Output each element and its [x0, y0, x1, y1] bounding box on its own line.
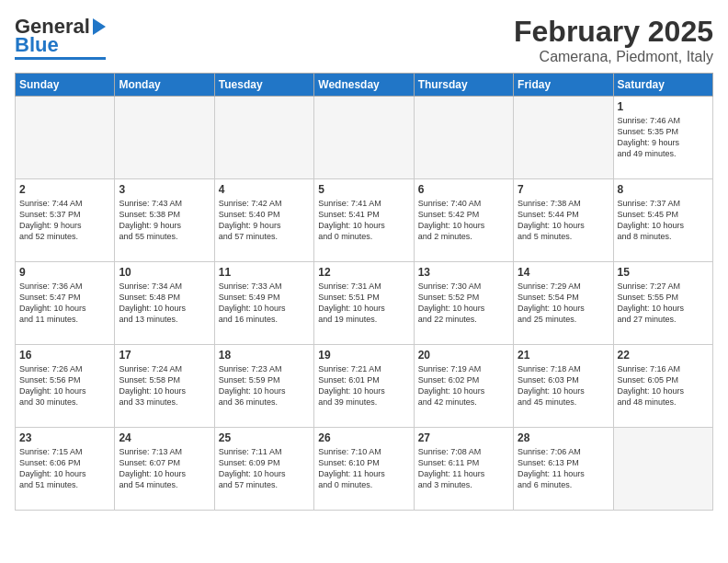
day-cell: 19Sunrise: 7:21 AM Sunset: 6:01 PM Dayli…	[314, 345, 414, 428]
day-info: Sunrise: 7:08 AM Sunset: 6:11 PM Dayligh…	[418, 446, 509, 491]
day-cell: 15Sunrise: 7:27 AM Sunset: 5:55 PM Dayli…	[613, 262, 712, 345]
header-day-friday: Friday	[514, 74, 613, 97]
day-info: Sunrise: 7:21 AM Sunset: 6:01 PM Dayligh…	[318, 363, 409, 408]
day-number: 11	[219, 266, 310, 279]
day-cell: 2Sunrise: 7:44 AM Sunset: 5:37 PM Daylig…	[16, 179, 115, 262]
day-number: 16	[19, 349, 110, 362]
day-cell	[613, 428, 712, 511]
day-cell: 21Sunrise: 7:18 AM Sunset: 6:03 PM Dayli…	[514, 345, 613, 428]
day-number: 20	[418, 349, 509, 362]
day-info: Sunrise: 7:11 AM Sunset: 6:09 PM Dayligh…	[219, 446, 310, 491]
day-info: Sunrise: 7:34 AM Sunset: 5:48 PM Dayligh…	[119, 281, 210, 326]
location-subtitle: Camerana, Piedmont, Italy	[514, 49, 713, 65]
day-info: Sunrise: 7:42 AM Sunset: 5:40 PM Dayligh…	[219, 198, 310, 243]
week-row-0: 1Sunrise: 7:46 AM Sunset: 5:35 PM Daylig…	[16, 97, 713, 179]
day-cell: 6Sunrise: 7:40 AM Sunset: 5:42 PM Daylig…	[414, 179, 513, 262]
week-row-1: 2Sunrise: 7:44 AM Sunset: 5:37 PM Daylig…	[16, 179, 713, 262]
day-info: Sunrise: 7:41 AM Sunset: 5:41 PM Dayligh…	[318, 198, 409, 243]
day-cell: 3Sunrise: 7:43 AM Sunset: 5:38 PM Daylig…	[115, 179, 214, 262]
day-info: Sunrise: 7:23 AM Sunset: 5:59 PM Dayligh…	[219, 363, 310, 408]
day-info: Sunrise: 7:33 AM Sunset: 5:49 PM Dayligh…	[219, 281, 310, 326]
day-number: 13	[418, 266, 509, 279]
day-info: Sunrise: 7:15 AM Sunset: 6:06 PM Dayligh…	[19, 446, 110, 491]
day-number: 9	[19, 266, 110, 279]
day-info: Sunrise: 7:37 AM Sunset: 5:45 PM Dayligh…	[618, 198, 709, 243]
header-day-saturday: Saturday	[613, 74, 712, 97]
calendar-body: 1Sunrise: 7:46 AM Sunset: 5:35 PM Daylig…	[16, 97, 713, 511]
day-cell: 27Sunrise: 7:08 AM Sunset: 6:11 PM Dayli…	[414, 428, 513, 511]
day-info: Sunrise: 7:44 AM Sunset: 5:37 PM Dayligh…	[19, 198, 110, 243]
day-cell: 10Sunrise: 7:34 AM Sunset: 5:48 PM Dayli…	[115, 262, 214, 345]
day-cell: 13Sunrise: 7:30 AM Sunset: 5:52 PM Dayli…	[414, 262, 513, 345]
day-cell: 9Sunrise: 7:36 AM Sunset: 5:47 PM Daylig…	[16, 262, 115, 345]
calendar-table: SundayMondayTuesdayWednesdayThursdayFrid…	[15, 73, 713, 511]
title-block: February 2025 Camerana, Piedmont, Italy	[514, 15, 713, 65]
day-number: 8	[618, 183, 709, 196]
day-info: Sunrise: 7:13 AM Sunset: 6:07 PM Dayligh…	[119, 446, 210, 491]
day-number: 21	[518, 349, 609, 362]
day-cell: 11Sunrise: 7:33 AM Sunset: 5:49 PM Dayli…	[214, 262, 313, 345]
day-cell: 22Sunrise: 7:16 AM Sunset: 6:05 PM Dayli…	[613, 345, 712, 428]
day-cell: 16Sunrise: 7:26 AM Sunset: 5:56 PM Dayli…	[16, 345, 115, 428]
day-info: Sunrise: 7:24 AM Sunset: 5:58 PM Dayligh…	[119, 363, 210, 408]
header-day-monday: Monday	[115, 74, 214, 97]
day-number: 10	[119, 266, 210, 279]
day-number: 6	[418, 183, 509, 196]
day-number: 22	[618, 349, 709, 362]
calendar-header: SundayMondayTuesdayWednesdayThursdayFrid…	[16, 74, 713, 97]
day-info: Sunrise: 7:40 AM Sunset: 5:42 PM Dayligh…	[418, 198, 509, 243]
page-header: General Blue February 2025 Camerana, Pie…	[15, 15, 713, 65]
day-cell: 26Sunrise: 7:10 AM Sunset: 6:10 PM Dayli…	[314, 428, 414, 511]
week-row-4: 23Sunrise: 7:15 AM Sunset: 6:06 PM Dayli…	[16, 428, 713, 511]
header-day-tuesday: Tuesday	[214, 74, 313, 97]
day-number: 17	[119, 349, 210, 362]
day-number: 1	[618, 100, 709, 113]
day-info: Sunrise: 7:10 AM Sunset: 6:10 PM Dayligh…	[318, 446, 409, 491]
month-year-title: February 2025	[514, 15, 713, 49]
logo-blue-text: Blue	[15, 35, 59, 55]
day-info: Sunrise: 7:36 AM Sunset: 5:47 PM Dayligh…	[19, 281, 110, 326]
day-number: 15	[618, 266, 709, 279]
day-number: 18	[219, 349, 310, 362]
day-info: Sunrise: 7:38 AM Sunset: 5:44 PM Dayligh…	[518, 198, 609, 243]
day-cell: 17Sunrise: 7:24 AM Sunset: 5:58 PM Dayli…	[115, 345, 214, 428]
header-day-wednesday: Wednesday	[314, 74, 414, 97]
day-cell	[314, 97, 414, 179]
day-info: Sunrise: 7:43 AM Sunset: 5:38 PM Dayligh…	[119, 198, 210, 243]
day-cell	[214, 97, 313, 179]
day-number: 5	[318, 183, 409, 196]
day-info: Sunrise: 7:46 AM Sunset: 5:35 PM Dayligh…	[618, 115, 709, 160]
day-number: 4	[219, 183, 310, 196]
header-day-thursday: Thursday	[414, 74, 513, 97]
logo-arrow-icon	[93, 18, 106, 35]
day-cell: 14Sunrise: 7:29 AM Sunset: 5:54 PM Dayli…	[514, 262, 613, 345]
day-cell: 28Sunrise: 7:06 AM Sunset: 6:13 PM Dayli…	[514, 428, 613, 511]
day-cell: 7Sunrise: 7:38 AM Sunset: 5:44 PM Daylig…	[514, 179, 613, 262]
logo-underline	[15, 57, 106, 60]
day-cell	[414, 97, 513, 179]
day-number: 14	[518, 266, 609, 279]
day-cell: 18Sunrise: 7:23 AM Sunset: 5:59 PM Dayli…	[214, 345, 313, 428]
day-number: 2	[19, 183, 110, 196]
day-number: 12	[318, 266, 409, 279]
day-cell	[514, 97, 613, 179]
day-cell: 12Sunrise: 7:31 AM Sunset: 5:51 PM Dayli…	[314, 262, 414, 345]
day-number: 7	[518, 183, 609, 196]
day-number: 28	[518, 431, 609, 444]
week-row-2: 9Sunrise: 7:36 AM Sunset: 5:47 PM Daylig…	[16, 262, 713, 345]
logo: General Blue	[15, 15, 106, 60]
day-info: Sunrise: 7:06 AM Sunset: 6:13 PM Dayligh…	[518, 446, 609, 491]
day-cell: 20Sunrise: 7:19 AM Sunset: 6:02 PM Dayli…	[414, 345, 513, 428]
day-info: Sunrise: 7:30 AM Sunset: 5:52 PM Dayligh…	[418, 281, 509, 326]
day-cell: 1Sunrise: 7:46 AM Sunset: 5:35 PM Daylig…	[613, 97, 712, 179]
day-info: Sunrise: 7:27 AM Sunset: 5:55 PM Dayligh…	[618, 281, 709, 326]
day-cell: 23Sunrise: 7:15 AM Sunset: 6:06 PM Dayli…	[16, 428, 115, 511]
day-number: 25	[219, 431, 310, 444]
day-number: 3	[119, 183, 210, 196]
day-number: 19	[318, 349, 409, 362]
day-number: 27	[418, 431, 509, 444]
day-info: Sunrise: 7:18 AM Sunset: 6:03 PM Dayligh…	[518, 363, 609, 408]
day-cell: 25Sunrise: 7:11 AM Sunset: 6:09 PM Dayli…	[214, 428, 313, 511]
day-info: Sunrise: 7:19 AM Sunset: 6:02 PM Dayligh…	[418, 363, 509, 408]
day-cell: 5Sunrise: 7:41 AM Sunset: 5:41 PM Daylig…	[314, 179, 414, 262]
